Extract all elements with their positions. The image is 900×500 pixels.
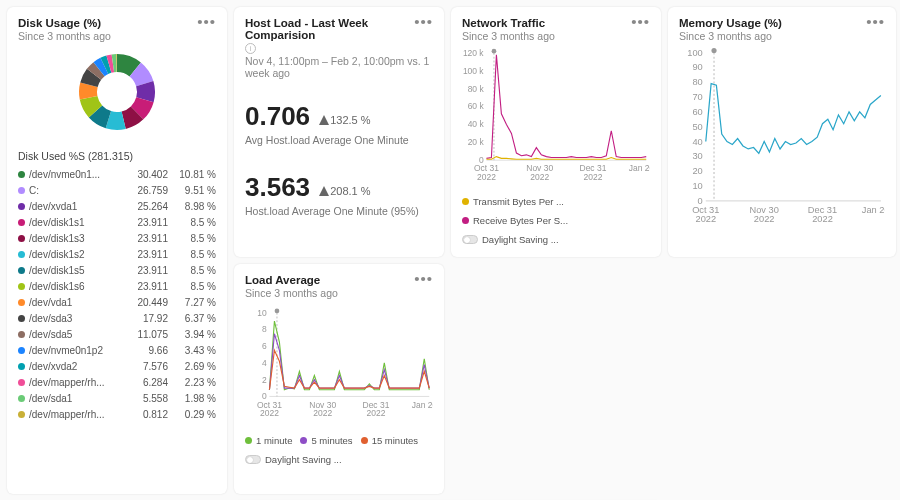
card-menu-icon[interactable]: ••• <box>866 17 885 27</box>
disk-legend-item[interactable]: /dev/disk1s223.9118.5 % <box>18 246 216 262</box>
svg-text:20: 20 <box>692 166 702 176</box>
disk-series-label: Disk Used %S (281.315) <box>18 150 216 162</box>
svg-text:4: 4 <box>262 358 267 368</box>
svg-text:2022: 2022 <box>477 172 496 182</box>
dst-toggle[interactable] <box>462 235 478 244</box>
svg-text:2022: 2022 <box>530 172 549 182</box>
disk-legend-item[interactable]: /dev/sda15.5581.98 % <box>18 390 216 406</box>
card-menu-icon[interactable]: ••• <box>631 17 650 27</box>
svg-point-30 <box>711 48 716 53</box>
card-menu-icon[interactable]: ••• <box>197 17 216 27</box>
disk-legend-item[interactable]: /dev/xvda27.5762.69 % <box>18 358 216 374</box>
disk-legend-item[interactable]: /dev/mapper/rh...6.2842.23 % <box>18 374 216 390</box>
loadavg-legend: 1 minute 5 minutes 15 minutes Daylight S… <box>245 435 433 465</box>
arrow-up-icon <box>319 115 329 125</box>
metric-delta-2: 208.1 % <box>319 185 370 197</box>
svg-text:2022: 2022 <box>695 214 716 224</box>
metric-value-2: 3.563 <box>245 172 310 202</box>
card-title: Load Average <box>245 274 338 286</box>
svg-text:100 k: 100 k <box>463 66 484 76</box>
svg-text:2022: 2022 <box>260 408 279 418</box>
disk-legend-item[interactable]: /dev/mapper/rh...0.8120.29 % <box>18 406 216 422</box>
svg-text:10: 10 <box>692 181 702 191</box>
disk-legend-item[interactable]: /dev/disk1s623.9118.5 % <box>18 278 216 294</box>
svg-text:60 k: 60 k <box>468 101 485 111</box>
svg-text:40 k: 40 k <box>468 119 485 129</box>
svg-text:90: 90 <box>692 62 702 72</box>
svg-text:2: 2 <box>262 375 267 385</box>
svg-text:20 k: 20 k <box>468 137 485 147</box>
disk-donut-chart[interactable] <box>67 42 167 142</box>
svg-text:30: 30 <box>692 151 702 161</box>
arrow-up-icon <box>319 186 329 196</box>
svg-text:Jan 2023: Jan 2023 <box>412 400 433 410</box>
svg-text:6: 6 <box>262 341 267 351</box>
card-subtitle: Nov 4, 11:00pm – Feb 2, 10:00pm vs. 1 we… <box>245 55 433 79</box>
card-menu-icon[interactable]: ••• <box>414 17 433 27</box>
svg-text:60: 60 <box>692 107 702 117</box>
card-subtitle: Since 3 months ago <box>462 30 555 42</box>
svg-text:80: 80 <box>692 77 702 87</box>
card-title: Host Load - Last Week Comparision <box>245 17 414 41</box>
network-legend: Transmit Bytes Per ... Receive Bytes Per… <box>462 196 650 245</box>
card-host-load: Host Load - Last Week Comparision i ••• … <box>234 7 444 257</box>
card-load-average: Load Average Since 3 months ago ••• 0246… <box>234 264 444 494</box>
svg-text:120 k: 120 k <box>463 48 484 58</box>
svg-text:Jan 2023: Jan 2023 <box>862 205 885 215</box>
svg-text:100: 100 <box>687 48 702 58</box>
card-memory-usage: Memory Usage (%) Since 3 months ago ••• … <box>668 7 896 257</box>
svg-text:8: 8 <box>262 324 267 334</box>
svg-text:80 k: 80 k <box>468 84 485 94</box>
card-title: Disk Usage (%) <box>18 17 111 29</box>
disk-legend-item[interactable]: /dev/disk1s323.9118.5 % <box>18 230 216 246</box>
card-menu-icon[interactable]: ••• <box>414 274 433 284</box>
svg-text:2022: 2022 <box>812 214 833 224</box>
metric-delta-1: 132.5 % <box>319 114 370 126</box>
disk-legend-item[interactable]: C:26.7599.51 % <box>18 182 216 198</box>
disk-legend-list: /dev/nvme0n1...30.40210.81 %C:26.7599.51… <box>18 166 216 422</box>
svg-text:40: 40 <box>692 137 702 147</box>
metric-label-2: Host.load Average One Minute (95%) <box>245 205 433 217</box>
svg-point-46 <box>275 309 280 314</box>
svg-point-9 <box>492 49 497 54</box>
metric-value-1: 0.706 <box>245 101 310 131</box>
svg-text:Jan 2023: Jan 2023 <box>629 163 650 173</box>
svg-text:50: 50 <box>692 122 702 132</box>
card-title: Memory Usage (%) <box>679 17 782 29</box>
card-subtitle: Since 3 months ago <box>679 30 782 42</box>
memory-chart[interactable]: 0102030405060708090100Oct 312022Nov 3020… <box>679 42 885 232</box>
card-title: Network Traffic <box>462 17 555 29</box>
disk-legend-item[interactable]: /dev/disk1s123.9118.5 % <box>18 214 216 230</box>
disk-legend-item[interactable]: /dev/xvda125.2648.98 % <box>18 198 216 214</box>
disk-legend-item[interactable]: /dev/nvme0n1p29.663.43 % <box>18 342 216 358</box>
card-disk-usage: Disk Usage (%) Since 3 months ago ••• Di… <box>7 7 227 494</box>
svg-text:2022: 2022 <box>367 408 386 418</box>
svg-text:2022: 2022 <box>584 172 603 182</box>
svg-text:10: 10 <box>257 308 267 318</box>
disk-legend-item[interactable]: /dev/vda120.4497.27 % <box>18 294 216 310</box>
info-icon[interactable]: i <box>245 43 256 54</box>
svg-text:2022: 2022 <box>313 408 332 418</box>
card-subtitle: Since 3 months ago <box>245 287 338 299</box>
loadavg-chart[interactable]: 0246810Oct 312022Nov 302022Dec 312022Jan… <box>245 299 433 429</box>
dst-toggle[interactable] <box>245 455 261 464</box>
disk-legend-item[interactable]: /dev/sda317.926.37 % <box>18 310 216 326</box>
svg-text:70: 70 <box>692 92 702 102</box>
card-network-traffic: Network Traffic Since 3 months ago ••• 0… <box>451 7 661 257</box>
network-chart[interactable]: 020 k40 k60 k80 k100 k120 kOct 312022Nov… <box>462 42 650 190</box>
card-subtitle: Since 3 months ago <box>18 30 111 42</box>
disk-legend-item[interactable]: /dev/disk1s523.9118.5 % <box>18 262 216 278</box>
svg-text:2022: 2022 <box>754 214 775 224</box>
disk-legend-item[interactable]: /dev/sda511.0753.94 % <box>18 326 216 342</box>
disk-legend-item[interactable]: /dev/nvme0n1...30.40210.81 % <box>18 166 216 182</box>
metric-label-1: Avg Host.load Average One Minute <box>245 134 433 146</box>
